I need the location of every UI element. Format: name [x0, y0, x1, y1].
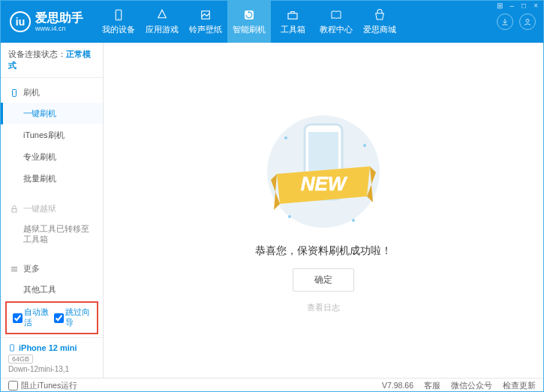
connection-status: 设备连接状态：正常模式 [1, 43, 103, 78]
support-link[interactable]: 客服 [424, 381, 440, 391]
maximize-button[interactable]: □ [520, 1, 527, 10]
block-itunes-checkbox[interactable]: 阻止iTunes运行 [8, 381, 77, 391]
app-name: 爱思助手 [35, 11, 83, 25]
download-button[interactable] [497, 13, 513, 30]
version-label: V7.98.66 [382, 381, 413, 391]
minimize-button[interactable]: – [509, 1, 516, 10]
svg-point-1 [118, 18, 119, 19]
nav-ringtones[interactable]: 铃声壁纸 [184, 1, 227, 43]
svg-point-5 [526, 19, 529, 22]
sidebar-jailbreak-note: 越狱工具已转移至工具箱 [1, 219, 103, 250]
svg-point-15 [363, 144, 366, 147]
close-button[interactable]: × [532, 1, 539, 10]
auto-activate-checkbox[interactable]: 自动激活 [13, 307, 50, 328]
svg-rect-6 [13, 89, 17, 96]
phone-icon [112, 8, 125, 22]
sidebar: 设备连接状态：正常模式 刷机 一键刷机 iTunes刷机 专业刷机 批量刷机 一… [1, 43, 104, 378]
nav-toolbox[interactable]: 工具箱 [271, 1, 314, 43]
logo[interactable]: iu 爱思助手 www.i4.cn [10, 11, 83, 32]
sidebar-item-batch-flash[interactable]: 批量刷机 [1, 168, 103, 190]
nav-tutorials[interactable]: 教程中心 [314, 1, 358, 43]
check-update-link[interactable]: 检查更新 [503, 381, 536, 391]
svg-rect-4 [288, 13, 297, 19]
sidebar-item-other-tools[interactable]: 其他工具 [1, 279, 103, 298]
svg-point-17 [288, 215, 291, 218]
ok-button[interactable]: 确定 [293, 268, 354, 292]
skip-guide-checkbox[interactable]: 跳过向导 [54, 307, 91, 328]
lock-icon [10, 205, 19, 214]
user-icon [523, 17, 532, 26]
footer: 阻止iTunes运行 V7.98.66 客服 微信公众号 检查更新 [1, 378, 543, 392]
success-illustration: NEW [263, 108, 383, 235]
svg-rect-7 [12, 208, 17, 212]
grid-icon[interactable]: ⊞ [495, 1, 504, 10]
download-icon [500, 17, 509, 26]
menu-icon [10, 265, 19, 274]
account-button[interactable] [519, 13, 536, 30]
sidebar-head-more[interactable]: 更多 [1, 259, 103, 279]
book-icon [329, 8, 343, 22]
header: iu 爱思助手 www.i4.cn 我的设备 应用游戏 铃声壁纸 智能刷机 工具… [1, 1, 543, 43]
phone-small-icon [10, 88, 19, 97]
nav-my-device[interactable]: 我的设备 [97, 1, 140, 43]
nav-apps[interactable]: 应用游戏 [140, 1, 184, 43]
options-highlight: 自动激活 跳过向导 [5, 301, 98, 334]
logo-icon: iu [10, 11, 31, 32]
device-info[interactable]: iPhone 12 mini 64GB Down-12mini-13,1 [1, 337, 103, 378]
wechat-link[interactable]: 微信公众号 [451, 381, 492, 391]
svg-rect-8 [11, 345, 14, 351]
top-nav: 我的设备 应用游戏 铃声壁纸 智能刷机 工具箱 教程中心 爱思商城 [97, 1, 497, 43]
app-url: www.i4.cn [35, 25, 83, 32]
svg-point-14 [284, 136, 287, 139]
toolbox-icon [286, 8, 299, 22]
wallpaper-icon [199, 8, 212, 22]
sidebar-head-jailbreak: 一键越狱 [1, 199, 103, 219]
nav-store[interactable]: 爱思商城 [358, 1, 401, 43]
device-icon [8, 343, 16, 353]
nav-flash[interactable]: 智能刷机 [227, 1, 271, 43]
sidebar-item-pro-flash[interactable]: 专业刷机 [1, 146, 103, 168]
refresh-icon [242, 8, 256, 22]
svg-point-16 [352, 219, 355, 222]
apps-icon [155, 8, 169, 22]
success-message: 恭喜您，保资料刷机成功啦！ [255, 244, 392, 258]
main-content: NEW 恭喜您，保资料刷机成功啦！ 确定 查看日志 [104, 43, 543, 378]
svg-text:NEW: NEW [301, 172, 348, 195]
sidebar-head-flash[interactable]: 刷机 [1, 82, 103, 103]
device-firmware: Down-12mini-13,1 [8, 365, 95, 373]
view-log-link[interactable]: 查看日志 [307, 302, 340, 313]
sidebar-item-oneclick-flash[interactable]: 一键刷机 [1, 103, 103, 124]
store-icon [373, 8, 386, 22]
sidebar-item-itunes-flash[interactable]: iTunes刷机 [1, 124, 103, 146]
device-storage: 64GB [8, 355, 33, 364]
